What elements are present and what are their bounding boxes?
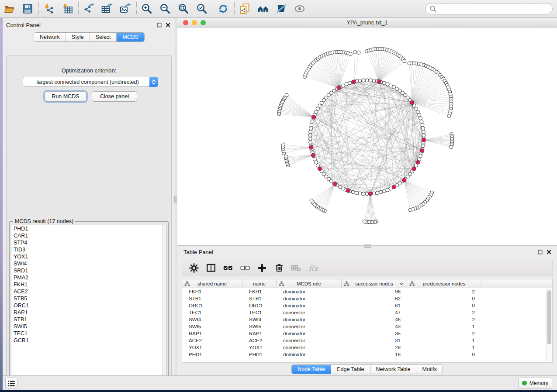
toggle-panes-button[interactable] (205, 262, 217, 274)
save-session-button[interactable] (22, 3, 33, 14)
cell-MCDS-role: dominator (277, 295, 342, 302)
zoom-selected-icon (196, 3, 208, 14)
delete-table-icon (291, 263, 301, 273)
import-table-button[interactable] (62, 3, 73, 14)
column-header-successor-nodes[interactable]: successor nodes (342, 279, 407, 288)
import-table-icon (62, 3, 73, 14)
mcds-result-item[interactable]: TID3 (11, 246, 166, 253)
cell-name: PHD1 (242, 351, 277, 358)
cell-successor-nodes: 62 (342, 295, 407, 302)
tab-select[interactable]: Select (90, 33, 117, 41)
mcds-result-item[interactable]: CAR1 (11, 232, 166, 239)
table-scrollbar-thumb[interactable] (547, 290, 551, 344)
optimization-criterion-label: Optimization criterion: (7, 67, 171, 74)
tab-edge-table[interactable]: Edge Table (331, 365, 370, 374)
tab-network[interactable]: Network (34, 33, 66, 41)
table-row-PHD1[interactable]: PHD1PHD1dominator180 (182, 351, 552, 358)
zoom-out-button[interactable] (159, 3, 171, 14)
table-row-YOX1[interactable]: YOX1YOX1connector291 (182, 344, 552, 351)
deselect-all-button[interactable] (239, 262, 251, 274)
first-neighbors-button[interactable] (257, 3, 269, 14)
mcds-result-item[interactable]: STB5 (11, 295, 166, 302)
optimization-criterion-select[interactable]: largest connected component (undirected) (23, 77, 158, 87)
mcds-result-item[interactable]: SWI5 (11, 323, 166, 330)
close-panel-button[interactable] (165, 22, 171, 28)
cell-shared-name: YOX1 (182, 344, 242, 351)
memory-button[interactable]: Memory (518, 378, 553, 389)
mcds-result-item[interactable]: PHD1 (11, 225, 166, 232)
select-all-button[interactable] (222, 262, 234, 274)
float-table-panel-button[interactable] (537, 249, 543, 255)
table-scrollbar[interactable] (546, 289, 552, 362)
mcds-result-item[interactable]: ACE2 (11, 288, 166, 295)
control-panel-title: Control Panel (6, 22, 41, 28)
network-canvas[interactable] (177, 28, 557, 245)
export-network-icon (83, 3, 94, 14)
cell-MCDS-role: connector (277, 309, 342, 316)
export-table-button[interactable] (101, 3, 113, 14)
tab-mcds[interactable]: MCDS (117, 33, 144, 41)
mcds-result-item[interactable]: GCR1 (11, 337, 166, 344)
mcds-result-item[interactable]: STB1 (11, 316, 166, 323)
add-column-button[interactable] (256, 262, 268, 274)
mcds-result-item[interactable]: STP4 (11, 239, 166, 246)
mcds-result-item[interactable]: RAP1 (11, 309, 166, 316)
import-network-button[interactable] (43, 3, 55, 14)
hide-selected-button[interactable] (276, 3, 287, 14)
table-row-SWI5[interactable]: SWI5SWI5connector431 (182, 323, 552, 330)
show-all-button[interactable] (294, 3, 305, 14)
cell-shared-name: TEC1 (182, 309, 242, 316)
table-row-STB1[interactable]: STB1STB1dominator620 (182, 295, 552, 302)
mcds-result-item[interactable]: SRD1 (11, 267, 166, 274)
control-panel-tabs: NetworkStyleSelectMCDS (34, 32, 145, 42)
search-input[interactable] (439, 6, 549, 12)
column-label: successor nodes (355, 281, 393, 286)
zoom-in-button[interactable] (141, 3, 152, 14)
zoom-fit-icon (178, 3, 189, 14)
export-image-button[interactable] (120, 3, 131, 14)
mcds-result-item[interactable]: YOX1 (11, 253, 166, 260)
table-row-ACE2[interactable]: ACE2ACE2connector311 (182, 337, 552, 344)
sort-chevron-icon (400, 282, 404, 285)
close-table-panel-button[interactable] (546, 249, 552, 255)
table-row-ORC1[interactable]: ORC1ORC1dominator610 (182, 302, 552, 309)
task-history-button[interactable] (5, 378, 17, 389)
table-row-TEC1[interactable]: TEC1TEC1connector472 (182, 309, 552, 316)
zoom-in-icon (141, 3, 152, 14)
open-file-button[interactable] (3, 3, 15, 14)
run-mcds-button[interactable]: Run MCDS (45, 91, 86, 102)
mcds-result-item[interactable]: TEC1 (11, 330, 166, 337)
mcds-list-scrollbar[interactable] (162, 225, 166, 382)
search-box[interactable] (425, 3, 553, 14)
horizontal-splitter-handle[interactable] (364, 244, 371, 248)
network-window-titlebar[interactable]: YPA_prune.txt_1 (177, 18, 557, 28)
float-panel-button[interactable] (156, 22, 162, 28)
column-header-MCDS-role[interactable]: MCDS role (277, 279, 342, 288)
mcds-result-item[interactable]: FKH1 (11, 281, 166, 288)
cytoscape-app: Control Panel NetworkStyleSelectMCDS Opt… (0, 0, 557, 392)
table-row-FKH1[interactable]: FKH1FKH1dominator962 (182, 288, 552, 295)
close-panel-button-mcds[interactable]: Close panel (92, 91, 137, 102)
mcds-result-item[interactable]: SWI4 (11, 260, 166, 267)
tab-style[interactable]: Style (66, 33, 90, 41)
open-file-icon (3, 3, 15, 14)
column-header-shared-name[interactable]: shared name (182, 279, 242, 288)
mcds-result-item[interactable]: PMA2 (11, 274, 166, 281)
settings-gear-button[interactable] (188, 262, 200, 274)
table-body: FKH1FKH1dominator962STB1STB1dominator620… (182, 288, 552, 358)
zoom-fit-button[interactable] (178, 3, 189, 14)
zoom-selected-button[interactable] (196, 3, 208, 14)
table-row-RAP1[interactable]: RAP1RAP1dominator352 (182, 330, 552, 337)
table-row-SWI4[interactable]: SWI4SWI4dominator462 (182, 316, 552, 323)
refresh-button[interactable] (218, 3, 229, 14)
select-all-icon (223, 263, 233, 273)
delete-column-button[interactable] (273, 262, 285, 274)
export-network-button[interactable] (83, 3, 94, 14)
tab-motifs[interactable]: Motifs (416, 365, 442, 374)
column-header-name[interactable]: name (242, 279, 277, 288)
tab-network-table[interactable]: Network Table (370, 365, 417, 374)
mcds-result-item[interactable]: ORC1 (11, 302, 166, 309)
tab-node-table[interactable]: Node Table (292, 365, 331, 374)
column-header-predecessor-nodes[interactable]: predecessor nodes (407, 279, 481, 288)
clone-network-button[interactable] (239, 3, 250, 14)
